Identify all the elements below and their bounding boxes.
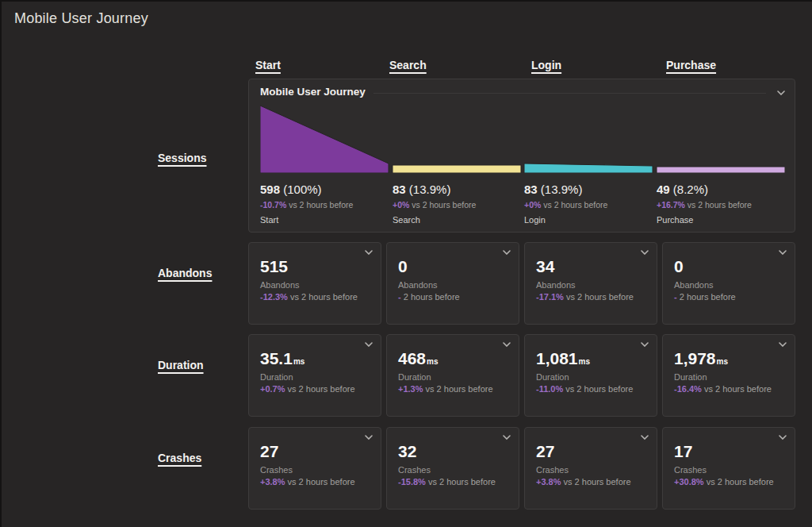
- metric-card-duration-start[interactable]: 35.1ms Duration +0.7% vs 2 hours before: [248, 334, 381, 417]
- compare-text: vs 2 hours before: [688, 200, 752, 210]
- row-label-sessions[interactable]: Sessions: [158, 152, 206, 164]
- metric-card-abandons-start[interactable]: 515 Abandons -12.3% vs 2 hours before: [248, 242, 381, 325]
- metric-value: 32: [398, 442, 417, 461]
- panel-title: Mobile User Journey: [260, 86, 366, 98]
- metric-value: 468ms: [398, 349, 439, 368]
- stage-name: Login: [524, 215, 651, 225]
- compare-text: vs 2 hours before: [543, 200, 607, 210]
- metric-change: +1.3% vs 2 hours before: [398, 384, 493, 394]
- metric-label: Duration: [674, 372, 707, 382]
- chevron-down-icon[interactable]: [503, 435, 511, 440]
- stage-stats-purchase: 49 (8.2%) +16.7% vs 2 hours before Purch…: [657, 183, 783, 225]
- metric-value: 0: [398, 257, 408, 276]
- metric-change: - 2 hours before: [398, 292, 460, 302]
- metric-card-abandons-login[interactable]: 34 Abandons -17.1% vs 2 hours before: [524, 242, 657, 325]
- stage-value: 83 (13.9%): [524, 183, 651, 196]
- journey-dashboard: Mobile User Journey Start Search Login P…: [0, 0, 812, 527]
- metric-change: - 2 hours before: [674, 292, 736, 302]
- column-header-search[interactable]: Search: [389, 59, 427, 71]
- stage-value: 83 (13.9%): [393, 183, 519, 196]
- stage-count: 83: [393, 183, 406, 196]
- column-header-purchase[interactable]: Purchase: [666, 59, 716, 71]
- metric-label: Abandons: [398, 280, 438, 290]
- metric-value: 0: [674, 257, 684, 276]
- compare-text: vs 2 hours before: [289, 200, 353, 210]
- metric-card-abandons-purchase[interactable]: 0 Abandons - 2 hours before: [662, 242, 795, 325]
- funnel-segment-search[interactable]: [393, 165, 521, 173]
- panel-header: Mobile User Journey: [249, 79, 795, 98]
- metric-value: 1,978ms: [674, 349, 728, 368]
- page-title: Mobile User Journey: [14, 10, 148, 27]
- metric-value: 515: [260, 257, 289, 276]
- funnel-segment-start[interactable]: [260, 106, 389, 173]
- chevron-down-icon[interactable]: [779, 435, 787, 440]
- metric-change: -12.3% vs 2 hours before: [260, 292, 358, 302]
- metric-label: Crashes: [398, 465, 431, 475]
- metric-card-duration-search[interactable]: 468ms Duration +1.3% vs 2 hours before: [386, 334, 519, 417]
- row-label-abandons[interactable]: Abandons: [158, 267, 212, 279]
- metric-change: +3.8% vs 2 hours before: [260, 477, 355, 487]
- column-header-login[interactable]: Login: [531, 59, 561, 71]
- chevron-down-icon[interactable]: [779, 250, 787, 255]
- metric-label: Crashes: [674, 465, 707, 475]
- metric-card-crashes-purchase[interactable]: 17 Crashes +30.8% vs 2 hours before: [662, 427, 795, 510]
- metric-value: 1,081ms: [536, 349, 590, 368]
- metric-card-crashes-search[interactable]: 32 Crashes -15.8% vs 2 hours before: [386, 427, 519, 510]
- chevron-down-icon[interactable]: [365, 342, 373, 347]
- chevron-down-icon[interactable]: [641, 342, 649, 347]
- chevron-down-icon[interactable]: [503, 250, 511, 255]
- change-pct: +0%: [393, 200, 409, 210]
- metric-change: -16.4% vs 2 hours before: [674, 384, 772, 394]
- chevron-down-icon[interactable]: [365, 250, 373, 255]
- stage-change: +16.7% vs 2 hours before: [657, 200, 783, 210]
- metric-label: Abandons: [674, 280, 714, 290]
- metric-label: Duration: [536, 372, 569, 382]
- funnel-chart: [260, 103, 785, 173]
- metric-label: Crashes: [536, 465, 569, 475]
- chevron-down-icon[interactable]: [641, 435, 649, 440]
- stage-name: Search: [393, 215, 519, 225]
- metric-value: 27: [260, 442, 279, 461]
- change-pct: -10.7%: [260, 200, 286, 210]
- stage-change: -10.7% vs 2 hours before: [260, 200, 387, 210]
- stage-pct: (13.9%): [541, 183, 583, 196]
- metric-value: 17: [674, 442, 693, 461]
- stage-value: 598 (100%): [260, 183, 387, 196]
- metric-value: 27: [536, 442, 555, 461]
- stage-change: +0% vs 2 hours before: [524, 200, 651, 210]
- change-pct: +16.7%: [657, 200, 685, 210]
- metric-card-duration-purchase[interactable]: 1,978ms Duration -16.4% vs 2 hours befor…: [662, 334, 795, 417]
- funnel-segment-purchase[interactable]: [657, 167, 785, 173]
- stage-value: 49 (8.2%): [657, 183, 783, 196]
- stage-stats-search: 83 (13.9%) +0% vs 2 hours before Search: [393, 183, 519, 225]
- funnel-segment-login[interactable]: [524, 163, 653, 173]
- metric-change: +3.8% vs 2 hours before: [536, 477, 631, 487]
- row-label-duration[interactable]: Duration: [158, 359, 204, 371]
- stage-count: 49: [657, 183, 670, 196]
- chevron-down-icon[interactable]: [365, 435, 373, 440]
- column-header-start[interactable]: Start: [255, 59, 281, 71]
- stage-name: Purchase: [657, 215, 783, 225]
- metric-label: Duration: [260, 372, 293, 382]
- metric-label: Duration: [398, 372, 431, 382]
- row-label-crashes[interactable]: Crashes: [158, 452, 201, 464]
- chevron-down-icon[interactable]: [777, 90, 785, 95]
- sessions-funnel-panel: Mobile User Journey 598 (100%) -10.7% vs…: [248, 79, 795, 233]
- metric-card-crashes-start[interactable]: 27 Crashes +3.8% vs 2 hours before: [248, 427, 381, 510]
- chevron-down-icon[interactable]: [641, 250, 649, 255]
- stage-pct: (100%): [283, 183, 321, 196]
- metric-card-duration-login[interactable]: 1,081ms Duration -11.0% vs 2 hours befor…: [524, 334, 657, 417]
- metric-change: +30.8% vs 2 hours before: [674, 477, 774, 487]
- metric-card-abandons-search[interactable]: 0 Abandons - 2 hours before: [386, 242, 519, 325]
- chevron-down-icon[interactable]: [503, 342, 511, 347]
- metric-label: Crashes: [260, 465, 293, 475]
- metric-change: -17.1% vs 2 hours before: [536, 292, 634, 302]
- chevron-down-icon[interactable]: [779, 342, 787, 347]
- metric-label: Abandons: [260, 280, 300, 290]
- metric-value: 35.1ms: [260, 349, 304, 368]
- stage-stats-start: 598 (100%) -10.7% vs 2 hours before Star…: [260, 183, 387, 225]
- metric-card-crashes-login[interactable]: 27 Crashes +3.8% vs 2 hours before: [524, 427, 657, 510]
- metric-value: 34: [536, 257, 555, 276]
- stage-count: 83: [524, 183, 538, 196]
- stage-change: +0% vs 2 hours before: [393, 200, 519, 210]
